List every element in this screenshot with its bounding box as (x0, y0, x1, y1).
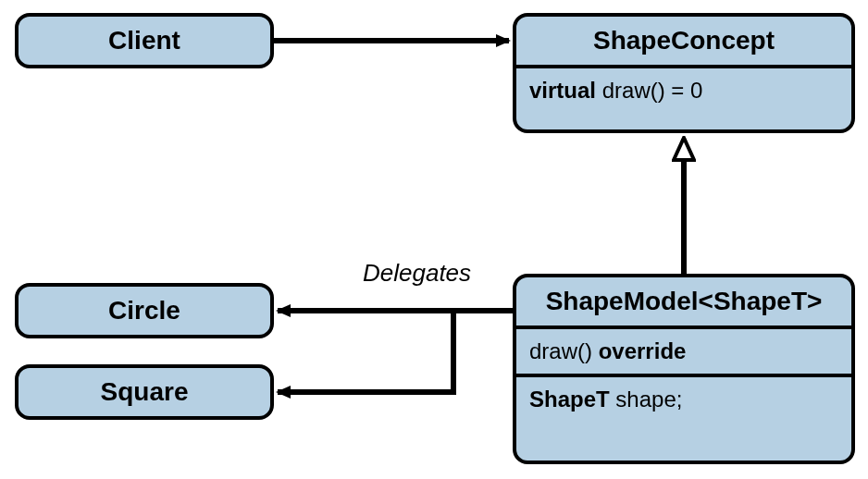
node-client-title: Client (19, 17, 270, 65)
node-shape-concept-title: ShapeConcept (516, 17, 851, 65)
keyword-override: override (599, 338, 687, 363)
node-square-title: Square (19, 368, 270, 416)
node-shape-concept: ShapeConcept virtual draw() = 0 (513, 13, 855, 133)
node-circle-title: Circle (19, 287, 270, 335)
node-shape-model: ShapeModel<ShapeT> draw() override Shape… (513, 274, 855, 464)
node-shape-concept-method: virtual draw() = 0 (516, 68, 851, 113)
field-type: ShapeT (529, 387, 610, 411)
node-client: Client (15, 13, 274, 68)
label-delegates: Delegates (363, 259, 471, 288)
node-square: Square (15, 364, 274, 420)
node-circle: Circle (15, 283, 274, 338)
node-shape-model-method: draw() override (516, 329, 851, 374)
node-shape-model-title: ShapeModel<ShapeT> (516, 277, 851, 325)
field-name: shape; (610, 387, 683, 411)
keyword-virtual: virtual (529, 78, 596, 103)
method-draw-pure: draw() = 0 (596, 78, 702, 103)
node-shape-model-field: ShapeT shape; (516, 377, 851, 422)
method-draw: draw() (529, 338, 599, 363)
